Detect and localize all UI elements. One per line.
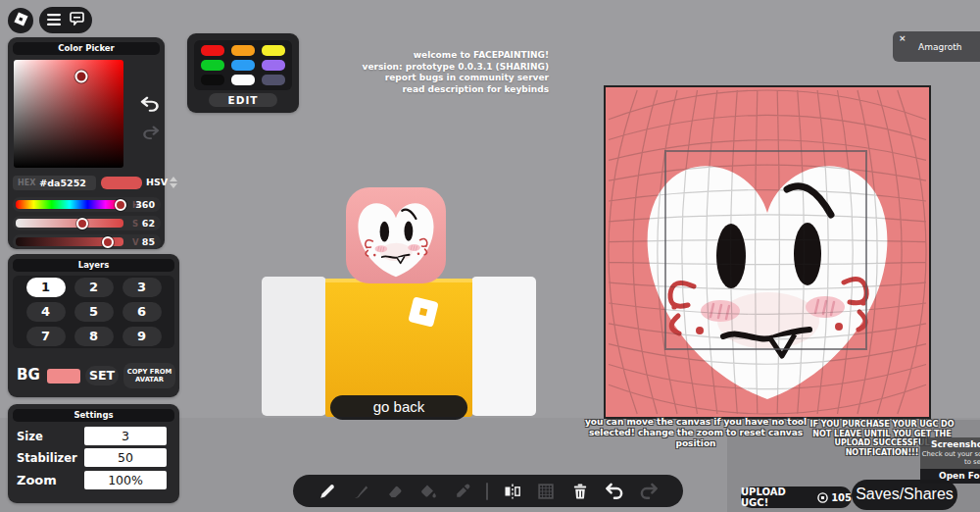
color-picker-title: Color Picker <box>13 42 160 55</box>
layer-button-7[interactable]: 7 <box>26 327 66 346</box>
saturation-slider[interactable]: S 62 <box>13 216 161 230</box>
stabilizer-input[interactable] <box>84 448 167 467</box>
canvas-hint: you can move the canvas if you have no t… <box>576 417 815 449</box>
saves-shares-button[interactable]: Saves/Shares <box>852 480 957 510</box>
layers-title: Layers <box>13 259 174 272</box>
player-list-panel: × Amagroth <box>893 31 980 62</box>
palette-swatch-7[interactable] <box>201 75 224 85</box>
layer-button-1[interactable]: 1 <box>26 278 66 297</box>
value-value: 85 <box>142 236 155 247</box>
saturation-track[interactable] <box>16 219 123 228</box>
bg-label: BG <box>17 366 40 384</box>
upload-price: 105 <box>831 492 852 503</box>
copy-from-avatar-button[interactable]: COPY FROM AVATAR <box>123 363 175 388</box>
layer-button-4[interactable]: 4 <box>26 302 66 322</box>
layer-button-8[interactable]: 8 <box>74 327 114 346</box>
settings-panel: Settings Size Stabilizer Zoom <box>8 404 179 503</box>
size-label: Size <box>17 430 43 443</box>
hex-value: #da5252 <box>39 178 86 188</box>
close-icon[interactable]: × <box>899 33 906 43</box>
layer-button-6[interactable]: 6 <box>122 302 162 322</box>
welcome-line: welcome to FACEPAINTING! <box>333 50 549 62</box>
screenshot-notification: Screenshot Taken Check out your screensh… <box>920 437 980 484</box>
value-handle[interactable] <box>102 236 114 248</box>
go-back-button[interactable]: go back <box>330 395 467 420</box>
palette-swatch-3[interactable] <box>262 45 285 56</box>
palette-swatch-4[interactable] <box>201 60 224 71</box>
painting-canvas[interactable] <box>604 85 931 419</box>
saturation-label: S <box>132 219 138 229</box>
layers-grid: 123456789 <box>13 276 174 348</box>
saturation-value-field[interactable] <box>14 60 123 168</box>
color-format-label: HSV <box>146 177 168 187</box>
trash-icon[interactable] <box>570 482 590 501</box>
hex-label: HEX <box>18 179 35 187</box>
zoom-label: Zoom <box>17 473 57 487</box>
welcome-line: read description for keybinds <box>333 84 549 96</box>
zoom-input[interactable] <box>84 471 167 489</box>
pencil-tool-icon[interactable] <box>318 482 337 501</box>
layer-button-5[interactable]: 5 <box>74 302 114 322</box>
player-name: Amagroth <box>918 42 961 52</box>
topbar-pill <box>39 7 92 33</box>
open-folder-button[interactable]: Open Folder <box>920 469 980 484</box>
palette-swatch-2[interactable] <box>231 45 255 56</box>
current-color-swatch <box>101 177 142 189</box>
toolbar-divider <box>486 483 488 500</box>
layer-button-3[interactable]: 3 <box>122 278 162 297</box>
fill-bucket-tool-icon[interactable] <box>418 482 438 501</box>
palette-swatch-1[interactable] <box>201 45 224 56</box>
palette-swatch-6[interactable] <box>262 60 285 71</box>
chat-icon[interactable] <box>70 11 84 29</box>
layers-panel: Layers 123456789 BG SET COPY FROM AVATAR <box>8 254 179 397</box>
welcome-line: version: prototype 0.0.3.1 (SHARING) <box>333 62 549 74</box>
hex-field[interactable]: HEX #da5252 <box>13 176 96 190</box>
edit-palette-button[interactable]: EDIT <box>209 93 277 107</box>
undo-icon[interactable] <box>604 482 624 500</box>
hue-value: 360 <box>135 199 155 210</box>
facepainting-app: Color Picker HEX #da5252 HSV H 360 <box>0 0 980 512</box>
palette-swatch-5[interactable] <box>231 60 255 71</box>
set-bg-button[interactable]: SET <box>85 366 119 385</box>
tool-bar <box>293 475 683 507</box>
palette-swatch-8[interactable] <box>231 75 255 85</box>
open-folder-label: Open Folder <box>939 471 980 481</box>
hue-handle[interactable] <box>115 199 126 211</box>
undo-icon[interactable] <box>139 96 161 118</box>
upload-ugc-label: UPLOAD UGC! <box>741 486 814 508</box>
layer-button-2[interactable]: 2 <box>74 278 114 297</box>
value-label: V <box>132 237 139 247</box>
welcome-text: welcome to FACEPAINTING! version: protot… <box>333 50 549 95</box>
size-input[interactable] <box>84 427 167 445</box>
eraser-tool-icon[interactable] <box>385 482 405 501</box>
hue-track[interactable] <box>16 200 123 209</box>
notification-title: Screenshot Taken <box>931 439 980 449</box>
redo-icon[interactable] <box>639 482 660 500</box>
saturation-handle[interactable] <box>76 218 88 230</box>
redo-icon[interactable] <box>141 126 161 145</box>
stabilizer-label: Stabilizer <box>17 451 77 465</box>
palette-swatch-9[interactable] <box>262 75 285 85</box>
roblox-logo-icon <box>14 12 28 30</box>
avatar-preview <box>255 181 544 422</box>
layer-button-9[interactable]: 9 <box>122 327 162 346</box>
flip-horizontal-icon[interactable] <box>503 482 522 501</box>
hue-slider[interactable]: H 360 <box>13 197 161 212</box>
palette-panel: EDIT <box>187 33 299 113</box>
value-slider[interactable]: V 85 <box>13 234 161 249</box>
color-picker-panel: Color Picker HEX #da5252 HSV H 360 <box>8 37 165 249</box>
eyedropper-tool-icon[interactable] <box>453 482 472 501</box>
grid-overlay-icon[interactable] <box>536 482 556 501</box>
value-track[interactable] <box>16 237 123 246</box>
upload-ugc-button[interactable]: UPLOAD UGC! 105 <box>741 486 852 508</box>
settings-title: Settings <box>13 409 174 422</box>
brush-tool-icon[interactable] <box>351 482 370 501</box>
menu-icon[interactable] <box>47 11 61 29</box>
notification-body: Check out your screenshots folder to see… <box>920 450 980 466</box>
bg-color-swatch[interactable] <box>47 369 80 384</box>
robux-icon <box>817 488 828 507</box>
roblox-menu-button[interactable] <box>8 8 33 33</box>
saturation-value: 62 <box>142 218 155 229</box>
sv-selector[interactable] <box>75 70 88 82</box>
format-stepper-icon[interactable] <box>170 176 177 189</box>
